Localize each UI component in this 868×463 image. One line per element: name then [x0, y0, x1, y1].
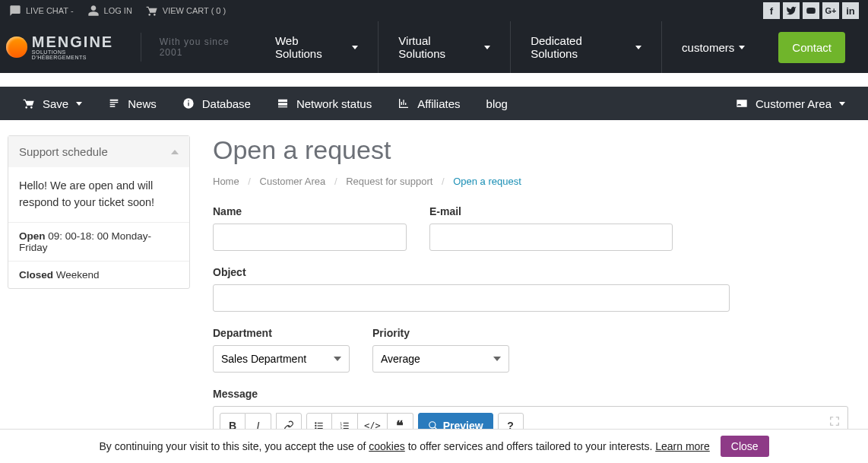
top-utility-bar: LIVE CHAT - LOG IN VIEW CART ( 0 ) f G+ …: [0, 0, 868, 21]
nav-news[interactable]: News: [108, 97, 157, 110]
svg-rect-10: [343, 423, 348, 423]
secondary-nav: Save News Database Network status Affili…: [0, 87, 868, 120]
chat-icon: [9, 5, 21, 17]
facebook-icon[interactable]: f: [763, 2, 780, 19]
nav-web-solutions[interactable]: Web Solutions: [255, 21, 378, 73]
svg-point-15: [429, 422, 435, 428]
schedule-closed-row: Closed Weekend: [8, 261, 189, 288]
chevron-down-icon: [635, 46, 641, 49]
learn-more-link[interactable]: Learn more: [655, 440, 710, 446]
nav-database[interactable]: Database: [182, 97, 251, 110]
support-schedule-panel: Support schedule Hello! We are open and …: [8, 135, 190, 289]
chevron-down-icon: [76, 102, 82, 106]
info-icon: [182, 97, 195, 109]
contact-button[interactable]: Contact: [778, 32, 845, 63]
nav-customer-area[interactable]: Customer Area: [736, 97, 845, 110]
twitter-icon[interactable]: [783, 2, 800, 19]
nav-affiliates[interactable]: Affiliates: [398, 97, 460, 110]
department-label: Department: [213, 327, 350, 339]
login-label: LOG IN: [104, 6, 132, 15]
chart-icon: [398, 97, 410, 109]
breadcrumb: Home / Customer Area / Request for suppo…: [213, 176, 848, 187]
linkedin-icon[interactable]: in: [842, 2, 859, 19]
news-icon: [108, 97, 120, 109]
main-content: Open a request Home / Customer Area / Re…: [213, 135, 848, 446]
live-chat-link[interactable]: LIVE CHAT -: [9, 5, 74, 17]
server-icon: [277, 97, 289, 109]
svg-rect-2: [188, 100, 188, 101]
cookie-text: By continuing your visit to this site, y…: [99, 440, 709, 446]
header: menGINE SOLUTIONS D'HÉBERGEMENTS With yo…: [0, 21, 868, 73]
svg-point-5: [315, 425, 316, 427]
name-input[interactable]: [213, 224, 407, 251]
tagline: With you since 2001: [160, 36, 255, 58]
panel-greeting: Hello! We are open and will respond to y…: [8, 167, 189, 222]
nav-network-status[interactable]: Network status: [277, 97, 372, 110]
nav-blog[interactable]: blog: [486, 97, 508, 110]
cookie-banner: By continuing your visit to this site, y…: [0, 429, 868, 446]
page-title: Open a request: [213, 135, 848, 165]
logo-subtitle: SOLUTIONS D'HÉBERGEMENTS: [32, 49, 122, 60]
svg-rect-1: [188, 103, 188, 106]
cookies-link[interactable]: cookies: [369, 440, 404, 446]
name-label: Name: [213, 205, 407, 217]
svg-rect-4: [318, 423, 323, 423]
user-icon: [87, 5, 100, 17]
schedule-open-row: Open 09: 00-18: 00 Monday-Friday: [8, 222, 189, 261]
crumb-support[interactable]: Request for support: [346, 176, 432, 187]
cart-icon: [146, 5, 158, 17]
svg-rect-12: [343, 425, 348, 426]
message-label: Message: [213, 388, 848, 400]
object-input[interactable]: [213, 284, 730, 312]
crumb-home[interactable]: Home: [213, 176, 239, 187]
crumb-current: Open a request: [453, 176, 521, 187]
logo-text: menGINE: [32, 34, 122, 49]
live-chat-label: LIVE CHAT -: [26, 6, 74, 15]
view-cart-link[interactable]: VIEW CART ( 0 ): [146, 5, 226, 17]
chevron-down-icon: [839, 102, 845, 106]
main-nav: Web Solutions Virtual Solutions Dedicate…: [255, 21, 765, 73]
department-select[interactable]: Sales Department: [213, 345, 350, 373]
panel-header[interactable]: Support schedule: [8, 136, 189, 167]
chevron-down-icon: [484, 46, 490, 49]
svg-point-3: [315, 422, 316, 423]
login-link[interactable]: LOG IN: [87, 5, 132, 17]
nav-save[interactable]: Save: [23, 97, 82, 110]
logo[interactable]: menGINE SOLUTIONS D'HÉBERGEMENTS: [6, 34, 122, 60]
cart-icon: [23, 97, 35, 109]
expand-icon[interactable]: [829, 416, 840, 429]
svg-rect-6: [318, 425, 323, 426]
sidebar: Support schedule Hello! We are open and …: [8, 135, 190, 446]
priority-select[interactable]: Average: [372, 345, 509, 373]
object-label: Object: [213, 266, 730, 278]
chevron-down-icon: [739, 46, 745, 49]
nav-virtual-solutions[interactable]: Virtual Solutions: [378, 21, 510, 73]
priority-label: Priority: [372, 327, 509, 339]
youtube-icon[interactable]: [803, 2, 819, 19]
id-card-icon: [736, 97, 748, 109]
nav-customers[interactable]: customers: [661, 21, 765, 73]
social-icons: f G+ in: [763, 2, 859, 19]
logo-mark-icon: [6, 36, 27, 58]
chevron-down-icon: [352, 46, 358, 49]
chevron-up-icon: [171, 150, 179, 154]
nav-dedicated-solutions[interactable]: Dedicated Solutions: [510, 21, 661, 73]
panel-title: Support schedule: [19, 145, 108, 158]
cookie-close-button[interactable]: Close: [721, 436, 769, 446]
crumb-customer-area[interactable]: Customer Area: [260, 176, 326, 187]
email-input[interactable]: [429, 224, 673, 251]
email-label: E-mail: [429, 205, 673, 217]
googleplus-icon[interactable]: G+: [822, 2, 839, 19]
cart-label: VIEW CART ( 0 ): [163, 6, 226, 15]
